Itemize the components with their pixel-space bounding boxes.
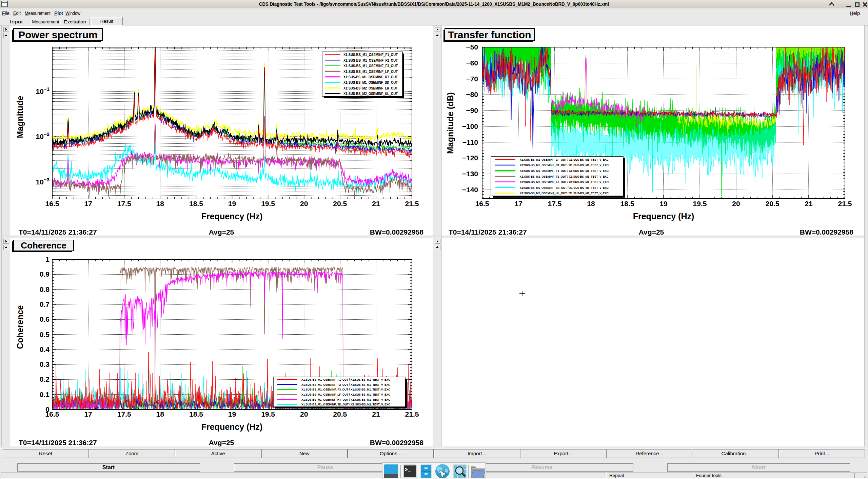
svg-text:Reference...: Reference... <box>635 451 663 456</box>
svg-text:Start: Start <box>102 464 115 470</box>
svg-text:17.5: 17.5 <box>117 410 131 418</box>
svg-text:16.5: 16.5 <box>475 200 489 207</box>
svg-text:Abort: Abort <box>751 464 766 470</box>
svg-text:−110: −110 <box>462 138 478 146</box>
svg-text:21.5: 21.5 <box>838 200 852 207</box>
svg-text:20: 20 <box>300 200 308 207</box>
svg-text:Plot: Plot <box>54 11 63 16</box>
svg-text:Fourier tools: Fourier tools <box>696 473 722 478</box>
svg-text:18.5: 18.5 <box>620 200 634 207</box>
svg-text:BW=0.00292958: BW=0.00292958 <box>800 228 854 236</box>
svg-text:0.6: 0.6 <box>40 315 50 323</box>
svg-text:Measurement: Measurement <box>25 11 51 16</box>
svg-text:18.5: 18.5 <box>189 410 203 418</box>
svg-text:X1:SUS-BS_M1_OSEMINF_SD_OUT /: X1:SUS-BS_M1_OSEMINF_SD_OUT / X1:SUS-BS_… <box>301 403 390 406</box>
svg-text:Resume: Resume <box>531 464 552 470</box>
svg-text:−100: −100 <box>462 122 478 130</box>
svg-text:Pause: Pause <box>317 464 333 470</box>
svg-text:X1:SUS-BS_M2_OSEMINF_UL_OUT: X1:SUS-BS_M2_OSEMINF_UL_OUT <box>343 92 398 96</box>
svg-text:−120: −120 <box>462 154 478 162</box>
svg-text:X1:SUS-BS_M1_OSEMINF_RT_OUT /: X1:SUS-BS_M1_OSEMINF_RT_OUT / X1:SUS-BS_… <box>520 163 609 167</box>
svg-text:T0=14/11/2025 21:36:27: T0=14/11/2025 21:36:27 <box>19 228 97 236</box>
svg-text:Excitation: Excitation <box>64 19 86 24</box>
svg-text:X1:SUS-BS_M1_OSEMINF_F2_OUT /: X1:SUS-BS_M1_OSEMINF_F2_OUT / X1:SUS-BS_… <box>520 175 609 178</box>
svg-text:−80: −80 <box>466 91 478 98</box>
svg-text:0.5: 0.5 <box>40 331 50 338</box>
svg-text:Window: Window <box>65 11 80 16</box>
svg-text:Magnitude: Magnitude <box>15 96 25 138</box>
svg-text:Repeat: Repeat <box>609 473 624 478</box>
svg-text:Reset: Reset <box>39 451 53 456</box>
svg-text:19.5: 19.5 <box>261 410 275 418</box>
svg-text:Result: Result <box>100 19 114 24</box>
svg-text:Calibration...: Calibration... <box>722 451 750 456</box>
svg-text:21: 21 <box>372 410 380 418</box>
svg-text:Frequency (Hz): Frequency (Hz) <box>201 422 263 432</box>
svg-text:New: New <box>299 451 310 456</box>
svg-text:X1:SUS-BS_M1_OSEMINF_SD_OUT /: X1:SUS-BS_M1_OSEMINF_SD_OUT / X1:SUS-BS_… <box>520 186 609 189</box>
svg-text:−50: −50 <box>466 43 478 51</box>
svg-text:19.5: 19.5 <box>261 200 275 207</box>
svg-text:21.5: 21.5 <box>405 410 419 418</box>
svg-text:X1:SUS-BS_M1_OSEMINF_F3_OUT /: X1:SUS-BS_M1_OSEMINF_F3_OUT / X1:SUS-BS_… <box>301 388 390 391</box>
svg-text:X1:SUS-BS_M1_OSEMINF_LF_OUT: X1:SUS-BS_M1_OSEMINF_LF_OUT <box>343 69 398 74</box>
svg-text:−60: −60 <box>466 59 478 67</box>
svg-text:X1:SUS-BS_M1_OSEMINF_RT_OUT: X1:SUS-BS_M1_OSEMINF_RT_OUT <box>343 75 398 79</box>
svg-text:X1:SUS-BS_M1_OSEMINF_LF_OUT /: X1:SUS-BS_M1_OSEMINF_LF_OUT / X1:SUS-BS_… <box>301 393 390 396</box>
svg-text:BW=0.00292958: BW=0.00292958 <box>370 439 424 446</box>
svg-text:0.4: 0.4 <box>40 345 50 353</box>
svg-text:Transfer function: Transfer function <box>448 29 531 40</box>
svg-text:Input: Input <box>10 19 23 24</box>
svg-text:X1:SUS-BS_M1_OSEMINF_F2_OUT: X1:SUS-BS_M1_OSEMINF_F2_OUT <box>343 58 398 62</box>
svg-text:18.5: 18.5 <box>189 200 203 207</box>
svg-text:21: 21 <box>372 200 380 207</box>
svg-text:Magnitude (dB): Magnitude (dB) <box>446 92 455 154</box>
svg-text:X1:SUS-BS_M1_OSEMINF_F2_OUT /: X1:SUS-BS_M1_OSEMINF_F2_OUT / X1:SUS-BS_… <box>301 383 390 386</box>
svg-text:Frequency (Hz): Frequency (Hz) <box>633 212 694 221</box>
svg-text:X1:SUS-BS_M1_OSEMINF_F1_OUT /: X1:SUS-BS_M1_OSEMINF_F1_OUT / X1:SUS-BS_… <box>520 169 609 173</box>
svg-text:X1:SUS-BS_M2_OSEMINF_UL_OUT /: X1:SUS-BS_M2_OSEMINF_UL_OUT / X1:SUS-BS_… <box>520 192 609 195</box>
svg-text:X1:SUS-BS_M1_OSEMINF_F3_OUT /: X1:SUS-BS_M1_OSEMINF_F3_OUT / X1:SUS-BS_… <box>520 180 609 184</box>
svg-text:Frequency (Hz): Frequency (Hz) <box>201 212 263 221</box>
svg-text:T0=14/11/2025 21:36:27: T0=14/11/2025 21:36:27 <box>19 439 97 446</box>
svg-text:0.2: 0.2 <box>40 375 50 383</box>
svg-text:18: 18 <box>156 200 164 207</box>
svg-text:Options...: Options... <box>380 451 401 456</box>
svg-text:−140: −140 <box>462 186 478 194</box>
svg-text:19: 19 <box>659 200 667 207</box>
svg-text:21: 21 <box>805 200 813 207</box>
svg-text:−70: −70 <box>466 75 478 83</box>
svg-text:Coherence: Coherence <box>15 305 25 349</box>
svg-text:16.5: 16.5 <box>45 200 59 207</box>
svg-text:X1:SUS-BS_M1_OSEMINF_F1_OUT: X1:SUS-BS_M1_OSEMINF_F1_OUT <box>343 53 398 57</box>
svg-text:19.5: 19.5 <box>693 200 707 207</box>
svg-text:Avg=25: Avg=25 <box>639 228 664 236</box>
svg-text:17.5: 17.5 <box>548 200 562 207</box>
svg-text:X1:SUS-BS_M1_OSEMINF_F1_OUT /: X1:SUS-BS_M1_OSEMINF_F1_OUT / X1:SUS-BS_… <box>301 378 390 381</box>
svg-text:0.7: 0.7 <box>40 300 50 308</box>
svg-text:20.5: 20.5 <box>333 410 347 418</box>
svg-text:17: 17 <box>514 200 522 207</box>
svg-text:Measurement: Measurement <box>32 19 59 24</box>
svg-text:BW=0.00292958: BW=0.00292958 <box>370 228 424 236</box>
svg-text:0: 0 <box>45 405 50 413</box>
svg-text:File: File <box>2 11 9 16</box>
svg-text:Power spectrum: Power spectrum <box>18 29 97 40</box>
svg-text:20.5: 20.5 <box>333 200 347 207</box>
svg-text:Print...: Print... <box>814 451 829 456</box>
svg-text:Avg=25: Avg=25 <box>209 439 234 446</box>
svg-text:X1:SUS-BS_M2_OSEMINF_LR_OUT: X1:SUS-BS_M2_OSEMINF_LR_OUT <box>343 86 398 90</box>
svg-text:Help: Help <box>850 11 860 16</box>
svg-text:19: 19 <box>228 200 236 207</box>
svg-text:−130: −130 <box>462 170 478 178</box>
svg-text:CDS Diagnostic Test Tools - /l: CDS Diagnostic Test Tools - /ligo/svncom… <box>259 1 609 7</box>
svg-text:Avg=25: Avg=25 <box>209 228 234 236</box>
svg-text:20: 20 <box>732 200 740 207</box>
svg-text:21.5: 21.5 <box>405 200 419 207</box>
svg-text:X1:SUS-BS_M1_OSEMINF_LF_OUT /: X1:SUS-BS_M1_OSEMINF_LF_OUT / X1:SUS-BS_… <box>520 158 609 161</box>
svg-text:Zoom: Zoom <box>125 451 138 456</box>
svg-text:Export...: Export... <box>554 451 573 456</box>
svg-text:18: 18 <box>587 200 595 207</box>
svg-text:20: 20 <box>300 410 308 418</box>
svg-text:17: 17 <box>84 200 92 207</box>
